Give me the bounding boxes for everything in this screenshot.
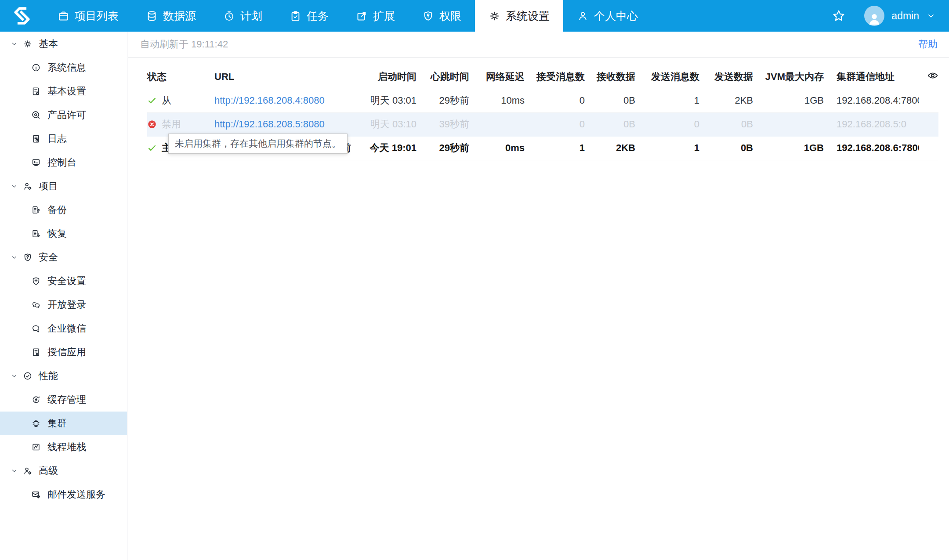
column-header-heartbeat: 心跳时间 bbox=[417, 65, 469, 89]
nav-item-label: 系统设置 bbox=[506, 9, 550, 23]
recv-data-cell: 0B bbox=[585, 112, 635, 136]
sidebar-item-security-settings[interactable]: 安全设置 bbox=[0, 269, 127, 293]
column-visibility-button[interactable] bbox=[927, 70, 938, 81]
chevron-down-icon bbox=[11, 253, 18, 262]
sidebar: 基本系统信息基本设置产品许可日志控制台项目备份恢复安全安全设置开放登录企业微信授… bbox=[0, 32, 127, 560]
sidebar-item-label: 备份 bbox=[47, 203, 67, 217]
column-header-recv_msgs: 接受消息数 bbox=[525, 65, 585, 89]
url-cell: http://192.168.208.5:8080 bbox=[214, 112, 351, 136]
column-header-latency: 网络延迟 bbox=[469, 65, 525, 89]
sidebar-item-label: 系统信息 bbox=[47, 61, 86, 74]
brand-logo[interactable] bbox=[0, 0, 44, 32]
sidebar-item-cluster[interactable]: 集群 bbox=[0, 412, 127, 435]
person-icon bbox=[577, 10, 589, 22]
sidebar-item-product-license[interactable]: 产品许可 bbox=[0, 103, 127, 127]
address-cell: 192.168.208.5:0 bbox=[824, 112, 919, 136]
nav-item-plans[interactable]: 计划 bbox=[210, 0, 276, 32]
nav-menu: 项目列表数据源计划任务扩展权限系统设置个人中心 bbox=[44, 0, 652, 32]
column-header-recv_data: 接收数据 bbox=[585, 65, 635, 89]
row-end-cell bbox=[919, 89, 938, 112]
avatar-person-icon bbox=[867, 11, 882, 26]
latency-cell: 0ms bbox=[469, 136, 525, 160]
column-header-jvm_max: JVM最大内存 bbox=[753, 65, 824, 89]
status-cell: 禁用 bbox=[147, 112, 214, 136]
mail-gear-icon bbox=[31, 490, 41, 499]
help-link[interactable]: 帮助 bbox=[918, 38, 938, 51]
sidebar-item-logs[interactable]: 日志 bbox=[0, 127, 127, 151]
chevron-down-icon bbox=[11, 181, 18, 191]
sidebar-item-label: 线程堆栈 bbox=[47, 441, 86, 454]
sidebar-item-label: 控制台 bbox=[47, 156, 76, 169]
nav-item-tasks[interactable]: 任务 bbox=[276, 0, 342, 32]
sidebar-group-performance[interactable]: 性能 bbox=[0, 364, 127, 388]
sidebar-item-console[interactable]: 控制台 bbox=[0, 151, 127, 174]
sidebar-item-system-info[interactable]: 系统信息 bbox=[0, 56, 127, 79]
chat-icon bbox=[31, 324, 41, 333]
toolbar: 自动刷新于 19:11:42 帮助 bbox=[128, 32, 949, 58]
chevron-down-icon bbox=[11, 466, 18, 476]
sidebar-item-restore[interactable]: 恢复 bbox=[0, 222, 127, 246]
node-url-link[interactable]: http://192.168.208.5:8080 bbox=[214, 119, 325, 130]
sidebar-item-label: 基本设置 bbox=[47, 85, 86, 98]
avatar[interactable] bbox=[864, 6, 884, 26]
license-icon bbox=[31, 110, 41, 120]
column-header-url: URL bbox=[214, 65, 351, 89]
backup-icon bbox=[31, 205, 41, 215]
sidebar-group-project[interactable]: 项目 bbox=[0, 174, 127, 198]
nav-item-label: 项目列表 bbox=[75, 9, 119, 23]
sidebar-group-advanced[interactable]: 高级 bbox=[0, 459, 127, 483]
nav-item-personal-center[interactable]: 个人中心 bbox=[563, 0, 652, 32]
status-cell: 从 bbox=[147, 89, 214, 112]
gauge-icon bbox=[23, 371, 33, 381]
status-label: 禁用 bbox=[162, 118, 181, 131]
shield-key-icon bbox=[23, 253, 33, 262]
check-icon bbox=[147, 143, 157, 153]
column-header-sent_msgs: 发送消息数 bbox=[635, 65, 699, 89]
star-icon bbox=[832, 9, 846, 23]
nav-item-permissions[interactable]: 权限 bbox=[409, 0, 475, 32]
sidebar-item-basic-settings[interactable]: 基本设置 bbox=[0, 79, 127, 103]
briefcase-icon bbox=[58, 10, 69, 22]
column-visibility-header bbox=[919, 65, 938, 89]
sidebar-item-thread-stack[interactable]: 线程堆栈 bbox=[0, 435, 127, 459]
nav-item-data-sources[interactable]: 数据源 bbox=[132, 0, 210, 32]
heartbeat-cell: 39秒前 bbox=[417, 112, 469, 136]
chevron-down-icon[interactable] bbox=[926, 11, 936, 21]
sidebar-group-security[interactable]: 安全 bbox=[0, 246, 127, 269]
task-icon bbox=[290, 10, 301, 22]
sidebar-group-basic[interactable]: 基本 bbox=[0, 32, 127, 56]
nav-item-system-settings[interactable]: 系统设置 bbox=[475, 0, 563, 32]
latency-cell bbox=[469, 112, 525, 136]
sidebar-group-label: 安全 bbox=[39, 251, 58, 264]
nav-item-label: 计划 bbox=[240, 9, 262, 23]
cert-icon bbox=[31, 347, 41, 357]
extension-icon bbox=[356, 10, 368, 22]
sidebar-menu: 基本系统信息基本设置产品许可日志控制台项目备份恢复安全安全设置开放登录企业微信授… bbox=[0, 32, 127, 506]
sidebar-item-backup[interactable]: 备份 bbox=[0, 198, 127, 222]
sent-msgs-cell: 0 bbox=[635, 112, 699, 136]
sidebar-item-label: 开放登录 bbox=[47, 298, 86, 311]
sidebar-item-wechat-work[interactable]: 企业微信 bbox=[0, 317, 127, 340]
nav-item-project-list[interactable]: 项目列表 bbox=[44, 0, 132, 32]
brand-s-logo-icon bbox=[10, 4, 34, 28]
cache-icon bbox=[31, 395, 41, 405]
top-nav: 项目列表数据源计划任务扩展权限系统设置个人中心 admin bbox=[0, 0, 949, 32]
heartbeat-cell: 29秒前 bbox=[417, 136, 469, 160]
username[interactable]: admin bbox=[891, 10, 919, 22]
sidebar-item-mail-service[interactable]: 邮件发送服务 bbox=[0, 483, 127, 506]
node-url-link[interactable]: http://192.168.208.4:8080 bbox=[214, 95, 325, 106]
sidebar-item-cache-management[interactable]: 缓存管理 bbox=[0, 388, 127, 412]
recv-data-cell: 0B bbox=[585, 89, 635, 112]
favorite-star-button[interactable] bbox=[832, 9, 846, 23]
sidebar-item-trusted-apps[interactable]: 授信应用 bbox=[0, 340, 127, 364]
nav-item-label: 任务 bbox=[307, 9, 329, 23]
column-header-start_time: 启动时间 bbox=[351, 65, 417, 89]
error-icon bbox=[147, 119, 157, 129]
sidebar-item-label: 企业微信 bbox=[47, 322, 86, 335]
nav-item-extensions[interactable]: 扩展 bbox=[342, 0, 409, 32]
sidebar-item-open-login[interactable]: 开放登录 bbox=[0, 293, 127, 317]
jvm-max-cell: 1GB bbox=[753, 136, 824, 160]
log-icon bbox=[31, 134, 41, 144]
table-row-node-1: 从http://192.168.208.4:8080明天 03:0129秒前10… bbox=[147, 89, 938, 112]
row-end-cell bbox=[919, 136, 938, 160]
